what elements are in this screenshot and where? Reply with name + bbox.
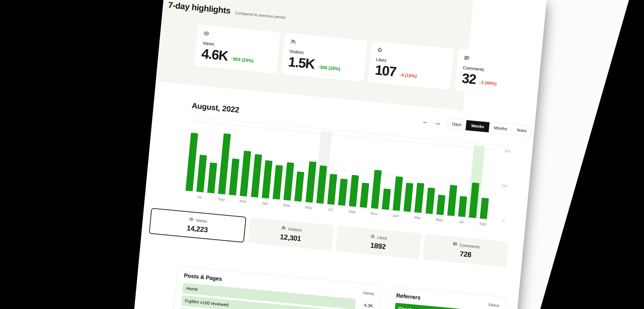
x-axis-tick: [418, 213, 418, 215]
metric-tab-header: Views: [189, 216, 207, 224]
metric-tab-header: Likes: [370, 234, 388, 241]
screenshot-stage: 7-day highlights Compared to previous pe…: [0, 0, 644, 309]
y-axis-label: 30K: [504, 149, 512, 153]
metric-tab-likes[interactable]: Likes1892: [335, 226, 421, 259]
range-option-years[interactable]: Years: [512, 125, 532, 136]
views-bar-chart: JulSepNovJanMarMayJulSepNovJanMarMayJulS…: [184, 118, 496, 219]
metric-tab-label: Likes: [377, 235, 387, 241]
visitors-icon: [281, 225, 286, 231]
comment-icon: [452, 242, 458, 248]
chart-bar[interactable]: [185, 133, 198, 191]
x-axis-label: Mar: [411, 215, 425, 221]
metric-tab-visitors[interactable]: Visitors12,301: [248, 217, 334, 251]
chart-bar[interactable]: [436, 195, 445, 215]
chart-bar[interactable]: [295, 172, 304, 201]
x-axis-label: Sep: [345, 209, 359, 214]
chart-bar[interactable]: [360, 183, 370, 208]
metric-tab-value: 12,301: [280, 233, 301, 243]
x-axis-tick: [287, 201, 287, 202]
dashboard-page: 7-day highlights Compared to previous pe…: [121, 0, 547, 309]
chart-bar[interactable]: [404, 183, 413, 212]
x-axis-tick: [331, 205, 331, 206]
stat-card-value: 32: [461, 71, 476, 86]
posts-pages-card: Posts & Pages Views Home4.3KFujifilm x10…: [168, 266, 382, 309]
chart-bar[interactable]: [393, 176, 403, 211]
chart-bar[interactable]: [458, 196, 467, 217]
stat-card-value: 1.5K: [288, 54, 315, 71]
x-axis-label: Sep: [214, 196, 228, 202]
x-axis-label: May: [301, 205, 315, 210]
metric-tab-views[interactable]: Views14,223: [149, 208, 246, 243]
next-period-button[interactable]: →: [433, 118, 443, 127]
chart-bar[interactable]: [218, 133, 231, 194]
stat-card-value: 4.6K: [201, 46, 229, 63]
range-option-months[interactable]: Months: [489, 122, 513, 134]
stat-card-delta: ↑300 (25%): [317, 64, 341, 74]
chart-bar[interactable]: [262, 160, 272, 198]
x-axis-tick: [440, 215, 440, 217]
x-axis-tick: [221, 195, 222, 196]
x-axis-label: Nov: [367, 211, 381, 216]
y-axis-label: 0: [502, 218, 505, 223]
highlights-section: 7-day highlights Compared to previous pe…: [156, 0, 474, 111]
chart-bar[interactable]: [480, 198, 489, 219]
chart-bar[interactable]: [273, 165, 283, 199]
metric-tab-value: 728: [459, 250, 472, 259]
chart-bar[interactable]: [349, 175, 359, 207]
metric-tab-header: Visitors: [281, 225, 302, 233]
metric-tab-header: Comments: [452, 242, 480, 250]
x-axis-tick: [243, 197, 244, 198]
referrers-views-column-header: Views: [488, 302, 499, 308]
metric-tab-value: 14,223: [186, 224, 208, 234]
x-axis-label: Sep: [476, 221, 490, 227]
chart-bar[interactable]: [371, 170, 382, 209]
chart-bar[interactable]: [196, 154, 207, 192]
x-axis-tick: [352, 207, 353, 208]
x-axis-label: Nov: [236, 198, 250, 204]
x-axis-label: May: [433, 217, 446, 223]
chart-period-title: August, 2022: [191, 101, 239, 115]
highlight-cards-row: Views4.6K↑903 (24%)Visitors1.5K↑300 (25%…: [194, 25, 541, 98]
chart-bar[interactable]: [414, 183, 424, 213]
chart-bar[interactable]: [338, 179, 348, 206]
y-axis-label: 15K: [501, 183, 508, 188]
metric-tab-comments[interactable]: Comments728: [423, 234, 509, 267]
range-option-days[interactable]: Days: [447, 118, 467, 130]
metric-tab-value: 1892: [370, 241, 386, 251]
x-axis-label: Jul: [192, 194, 206, 200]
row-label: Home: [186, 286, 198, 292]
referrers-title: Referrers: [396, 292, 421, 301]
star-icon: [377, 48, 383, 54]
range-option-weeks[interactable]: Weeks: [466, 120, 490, 132]
chart-bar[interactable]: [207, 163, 217, 193]
eye-icon: [189, 216, 194, 223]
row-label: Fujifilm x100 reviewed: [185, 298, 229, 307]
chart-bar[interactable]: [240, 151, 251, 197]
chart-bar[interactable]: [327, 174, 337, 205]
x-axis-tick: [265, 199, 265, 200]
chart-bar[interactable]: [251, 154, 262, 197]
x-axis-label: Jan: [258, 200, 272, 206]
previous-period-button[interactable]: ←: [421, 117, 430, 126]
highlights-header: 7-day highlights Compared to previous pe…: [168, 0, 286, 21]
metric-tab-label: Comments: [459, 243, 480, 249]
row-label: Google: [398, 306, 414, 309]
stat-card-value: 107: [375, 63, 397, 79]
x-axis-label: Jan: [389, 213, 403, 218]
x-axis-tick: [396, 211, 396, 213]
chart-bar[interactable]: [447, 185, 457, 216]
chart-controls: ← → DaysWeeksMonthsYears: [420, 115, 532, 137]
row-views-value: 4.3K: [355, 302, 373, 309]
stat-card-visitors: Visitors1.5K↑300 (25%): [281, 33, 367, 82]
chart-bar[interactable]: [425, 188, 435, 214]
posts-views-column-header: Views: [363, 290, 374, 296]
chart-bar[interactable]: [382, 189, 391, 210]
stat-card-views: Views4.6K↑903 (24%): [194, 25, 280, 74]
x-axis-tick: [483, 219, 484, 221]
chart-bar[interactable]: [284, 162, 294, 200]
stat-card-delta: ↑903 (24%): [231, 56, 254, 65]
eye-icon: [203, 31, 209, 38]
metric-tab-label: Visitors: [287, 226, 302, 232]
chart-bar[interactable]: [229, 159, 239, 195]
stat-card-delta: ↓4 (15%): [399, 72, 417, 81]
